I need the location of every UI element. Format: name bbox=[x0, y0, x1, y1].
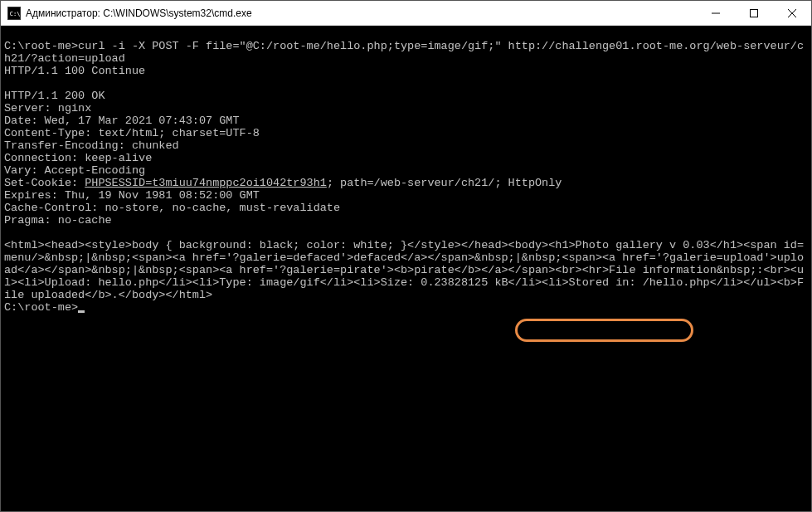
prompt: C:\root-me> bbox=[4, 301, 78, 314]
window-title: Администратор: C:\WINDOWS\system32\cmd.e… bbox=[26, 7, 697, 19]
terminal-block-1: C:\root-me>curl -i -X POST -F file="@C:/… bbox=[4, 40, 804, 177]
window-controls bbox=[697, 1, 811, 25]
cookie-session-id: PHPSESSID=t3miuu74nmppc2oi1042tr93h1 bbox=[85, 177, 327, 189]
cookie-suffix: ; path=/web-serveur/ch21/; HttpOnly bbox=[327, 177, 562, 189]
terminal-block-2: Expires: Thu, 19 Nov 1981 08:52:00 GMT C… bbox=[4, 189, 804, 301]
minimize-button[interactable] bbox=[697, 1, 735, 25]
cookie-prefix: Set-Cookie: bbox=[4, 177, 85, 189]
titlebar[interactable]: C:\ Администратор: C:\WINDOWS\system32\c… bbox=[1, 1, 811, 26]
terminal-output[interactable]: C:\root-me>curl -i -X POST -F file="@C:/… bbox=[1, 26, 811, 511]
close-button[interactable] bbox=[773, 1, 811, 25]
cursor bbox=[78, 310, 85, 313]
highlight-annotation bbox=[515, 319, 693, 342]
svg-text:C:\: C:\ bbox=[10, 10, 20, 17]
svg-rect-3 bbox=[751, 9, 758, 17]
cmd-icon: C:\ bbox=[7, 7, 21, 20]
window-frame: C:\ Администратор: C:\WINDOWS\system32\c… bbox=[0, 0, 812, 512]
maximize-button[interactable] bbox=[735, 1, 773, 25]
